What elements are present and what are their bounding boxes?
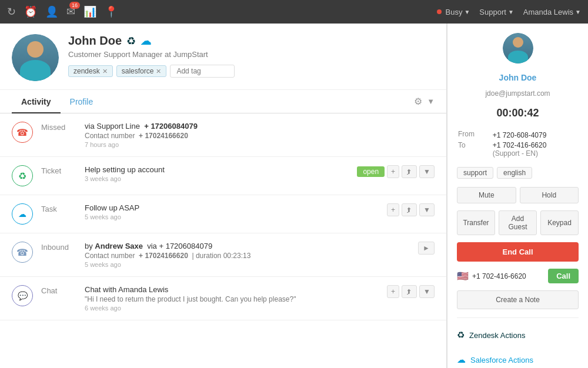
activity-time-ticket: 3 weeks ago	[85, 175, 349, 182]
activity-actions-ticket: open + ⮭ ▼	[357, 165, 435, 178]
tabs-right: ⚙ ▼	[414, 96, 435, 107]
list-item: ☁ Task Follow up ASAP 5 weeks ago + ⮭ ▼	[0, 195, 446, 233]
agent-chevron: ▼	[575, 9, 581, 15]
tag-zendesk: zendesk ✕	[68, 65, 113, 77]
mute-hold-row: Mute Hold	[457, 187, 579, 203]
right-avatar-wrap	[457, 33, 579, 63]
ticket-more-btn[interactable]: ▼	[419, 165, 435, 178]
activity-content-task: Follow up ASAP 5 weeks ago	[85, 203, 379, 220]
profile-tags: zendesk ✕ salesforce ✕	[68, 65, 435, 78]
keypad-button[interactable]: Keypad	[540, 210, 579, 235]
top-nav: ↻ ⏰ 👤 ✉ 16 📊 📍 Busy ▼ Support ▼ Amanda L…	[0, 0, 588, 24]
activity-time-chat: 6 weeks ago	[85, 305, 379, 312]
tag-zendesk-remove[interactable]: ✕	[102, 68, 108, 75]
chat-icon: 💬	[12, 285, 33, 306]
tab-activity[interactable]: Activity	[12, 90, 61, 113]
gear-icon[interactable]: ⚙	[414, 96, 422, 107]
call-button[interactable]: Call	[548, 269, 579, 283]
activity-title-ticket: Help setting up account	[85, 165, 349, 174]
activity-label-inbound: Inbound	[41, 242, 76, 252]
bar-chart-icon[interactable]: 📊	[83, 5, 96, 18]
salesforce-actions-label: Salesforce Actions	[470, 356, 533, 364]
to-value: +1 702-416-6620 (Support - EN)	[493, 141, 577, 158]
to-label: To	[458, 141, 492, 158]
inbound-expand-btn[interactable]: ►	[418, 242, 435, 255]
to-number: +1 702-416-6620	[493, 141, 577, 149]
activity-actions-task: + ⮭ ▼	[387, 203, 435, 216]
list-item: ♻ Ticket Help setting up account 3 weeks…	[0, 157, 446, 195]
queue-dropdown[interactable]: Support ▼	[479, 8, 513, 16]
task-more-btn[interactable]: ▼	[419, 203, 435, 216]
add-guest-button[interactable]: Add Guest	[499, 210, 537, 235]
agent-dropdown[interactable]: Amanda Lewis ▼	[523, 8, 581, 16]
from-value: +1 720-608-4079	[493, 130, 577, 140]
tag-salesforce: salesforce ✕	[116, 65, 167, 77]
mail-icon-wrap[interactable]: ✉ 16	[66, 5, 75, 18]
right-contact-email: jdoe@jumpstart.com	[457, 89, 579, 98]
chat-more-btn[interactable]: ▼	[419, 285, 435, 298]
add-tag-input[interactable]	[170, 65, 235, 78]
hold-button[interactable]: Hold	[520, 187, 579, 203]
right-panel: John Doe jdoe@jumpstart.com 00:00:42 Fro…	[447, 24, 588, 368]
status-dropdown[interactable]: Busy ▼	[437, 8, 470, 16]
call-number: +1 702-416-6620	[472, 272, 544, 280]
activity-title-inbound: by Andrew Saxe via + 17206084079	[85, 242, 410, 250]
transfer-addguest-keypad-row: Transfer Add Guest Keypad	[457, 210, 579, 235]
mute-button[interactable]: Mute	[457, 187, 516, 203]
activity-content-ticket: Help setting up account 3 weeks ago	[85, 165, 349, 182]
ticket-add-btn[interactable]: +	[387, 165, 399, 178]
queue-chevron: ▼	[508, 9, 514, 15]
status-dot	[437, 9, 442, 14]
profile-info: John Doe ♻ ☁ Customer Support Manager at…	[68, 34, 435, 78]
chat-add-btn[interactable]: +	[387, 285, 399, 298]
activity-list: ☎ Missed via Support Line + 17206084079 …	[0, 113, 446, 368]
avatar	[12, 34, 59, 81]
tab-chevron-icon[interactable]: ▼	[427, 97, 435, 106]
nav-icons-left: ↻ ⏰ 👤 ✉ 16 📊 📍	[7, 5, 118, 18]
missed-icon: ☎	[12, 122, 33, 143]
zendesk-logo-icon: ♻	[126, 35, 136, 48]
english-tag[interactable]: english	[497, 167, 532, 179]
zendesk-actions-link[interactable]: ♻ Zendesk Actions	[457, 326, 579, 344]
list-item: ☎ Missed via Support Line + 17206084079 …	[0, 113, 446, 157]
left-panel: John Doe ♻ ☁ Customer Support Manager at…	[0, 24, 447, 368]
activity-time-task: 5 weeks ago	[85, 213, 379, 220]
nav-right: Busy ▼ Support ▼ Amanda Lewis ▼	[437, 8, 581, 16]
profile-name-row: John Doe ♻ ☁	[68, 34, 435, 48]
end-call-button[interactable]: End Call	[457, 242, 579, 262]
right-contact-name: John Doe	[457, 73, 579, 82]
call-timer: 00:00:42	[457, 107, 579, 119]
support-tag[interactable]: support	[457, 167, 493, 179]
activity-title-task: Follow up ASAP	[85, 203, 379, 212]
ticket-share-btn[interactable]: ⮭	[402, 165, 417, 178]
tag-salesforce-remove[interactable]: ✕	[156, 68, 161, 75]
create-note-button[interactable]: Create a Note	[457, 290, 579, 309]
task-share-btn[interactable]: ⮭	[402, 203, 417, 216]
main-container: John Doe ♻ ☁ Customer Support Manager at…	[0, 24, 588, 368]
task-add-btn[interactable]: +	[387, 203, 399, 216]
from-label: From	[458, 130, 492, 140]
clock-icon[interactable]: ⏰	[24, 5, 37, 18]
activity-actions-chat: + ⮭ ▼	[387, 285, 435, 298]
refresh-icon[interactable]: ↻	[7, 5, 16, 18]
divider	[457, 317, 579, 318]
status-chevron: ▼	[464, 9, 470, 15]
zendesk-actions-label: Zendesk Actions	[469, 331, 525, 340]
ticket-icon: ♻	[12, 165, 33, 186]
transfer-button[interactable]: Transfer	[457, 210, 495, 235]
pin-icon[interactable]: 📍	[105, 5, 118, 18]
tab-profile[interactable]: Profile	[61, 90, 103, 113]
chat-share-btn[interactable]: ⮭	[402, 285, 417, 298]
activity-time-missed: 7 hours ago	[85, 141, 435, 148]
salesforce-logo-icon: ☁	[141, 35, 151, 48]
queue-label: Support	[479, 8, 506, 16]
activity-content-chat: Chat with Amanda Lewis "Hi I need to ret…	[85, 285, 379, 312]
activity-title-missed: via Support Line + 17206084079	[85, 122, 435, 131]
flag-icon: 🇺🇸	[457, 270, 469, 282]
user-icon[interactable]: 👤	[45, 5, 58, 18]
agent-label: Amanda Lewis	[523, 8, 573, 16]
salesforce-actions-link[interactable]: ☁ Salesforce Actions	[457, 351, 579, 368]
salesforce-action-icon: ☁	[457, 354, 466, 365]
right-avatar	[503, 33, 533, 63]
activity-label-missed: Missed	[41, 122, 76, 132]
